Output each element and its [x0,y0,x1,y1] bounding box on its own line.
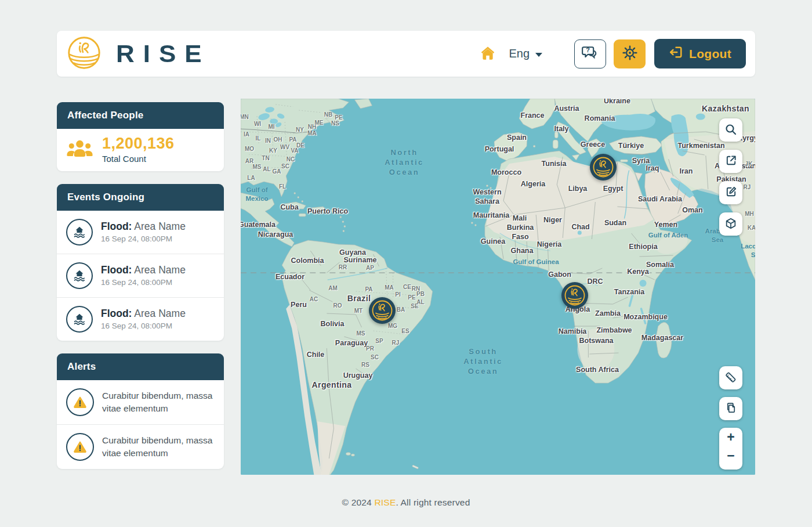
map-edit-button[interactable] [719,181,742,204]
copyright-prefix: © 2024 [342,497,375,507]
event-texts: Flood: Area Name 16 Sep 24, 08:00PM [101,264,186,287]
map-share-button[interactable] [719,150,742,173]
alert-text: Curabitur bibendum, massa vitae elementu… [102,434,215,459]
alert-text: Curabitur bibendum, massa vitae elementu… [102,389,215,414]
chevron-down-icon [535,53,542,57]
affected-count-label: Total Count [102,154,175,164]
people-group-icon [66,137,93,161]
alerts-panel-header: Alerts [57,353,224,380]
header-bar: RISE Eng ? [57,31,755,77]
affected-people-panel: Affected People 1,200,136 [57,102,224,171]
event-title: Flood: Area Name [101,264,186,276]
map-marker-rise[interactable] [368,297,396,324]
alerts-list: Curabitur bibendum, massa vitae elementu… [57,380,224,469]
svg-text:?: ? [586,46,590,53]
event-type: Flood: [101,264,132,276]
map-search-button[interactable] [719,118,742,142]
alerts-panel: Alerts Curabitur bibend [57,353,224,469]
zoom-in-button[interactable]: + [719,428,742,446]
chat-question-icon: ? [582,45,599,63]
alert-list-item[interactable]: Curabitur bibendum, massa vitae elementu… [57,380,224,424]
flood-icon [66,219,93,246]
home-button[interactable] [480,45,496,62]
logout-button[interactable]: Logout [654,39,746,68]
settings-button[interactable] [614,39,646,68]
event-time: 16 Sep 24, 08:00PM [101,234,186,243]
zoom-control: + − [719,428,742,470]
sidebar: Affected People 1,200,136 [57,102,224,482]
affected-people-body: 1,200,136 Total Count [57,129,224,171]
events-list: Flood: Area Name 16 Sep 24, 08:00PM [57,211,224,341]
gear-icon [622,45,637,62]
event-area: Area Name [134,221,186,232]
event-time: 16 Sep 24, 08:00PM [101,322,186,330]
warning-icon [66,388,94,416]
flood-icon [66,306,93,333]
event-list-item[interactable]: Flood: Area Name 16 Sep 24, 08:00PM [57,254,224,297]
logout-icon [669,45,683,62]
language-label: Eng [509,47,530,60]
event-list-item[interactable]: Flood: Area Name 16 Sep 24, 08:00PM [57,211,224,254]
zoom-out-button[interactable]: − [719,446,742,470]
event-time: 16 Sep 24, 08:00PM [101,278,186,287]
brand-wordmark: RISE [116,42,211,66]
event-type: Flood: [101,221,132,232]
affected-count-block: 1,200,136 Total Count [102,135,175,164]
footer-brand: RISE [374,497,396,507]
ruler-icon [724,371,737,385]
footer: © 2024 RISE. All right reserved [57,497,755,508]
language-selector[interactable]: Eng [509,47,542,60]
world-map-canvas[interactable]: MN WI MI IA IL IN OH PA NY NH [241,99,755,475]
events-panel-header: Events Ongoing [57,184,224,211]
alert-list-item[interactable]: Curabitur bibendum, massa vitae elementu… [57,424,224,469]
event-area: Area Name [134,308,186,319]
event-title: Flood: Area Name [101,308,186,319]
map-tools-top [719,118,742,236]
search-icon [724,123,737,138]
edit-pencil-icon [725,186,737,200]
external-link-icon [725,154,737,168]
header-actions: Eng ? [480,39,746,68]
map-marker-rise[interactable] [561,281,589,309]
map-copy-button[interactable] [719,397,742,420]
help-button[interactable]: ? [574,39,606,68]
warning-icon [66,433,94,461]
copyright-suffix: . All right reserved [396,497,470,507]
event-texts: Flood: Area Name 16 Sep 24, 08:00PM [101,221,186,243]
event-title: Flood: Area Name [101,221,186,232]
map-3d-button[interactable] [719,212,742,236]
flood-icon [66,262,93,289]
affected-people-header: Affected People [57,102,224,129]
event-list-item[interactable]: Flood: Area Name 16 Sep 24, 08:00PM [57,297,224,341]
cube-icon [724,217,737,232]
event-type: Flood: [101,308,132,319]
map-tools-bottom: + − [719,366,742,470]
event-area: Area Name [134,264,186,276]
logout-label: Logout [689,47,731,61]
events-panel: Events Ongoing [57,184,224,341]
brand-logo: RISE [67,36,211,72]
copy-pages-icon [725,402,737,416]
home-icon [480,45,496,62]
page: RISE Eng ? [0,0,812,508]
affected-count: 1,200,136 [102,135,175,153]
map-marker-rise[interactable] [589,153,617,181]
map-measure-button[interactable] [719,366,742,389]
main-content: Affected People 1,200,136 [57,102,755,482]
world-map-art [241,99,755,475]
event-texts: Flood: Area Name 16 Sep 24, 08:00PM [101,308,186,330]
rise-logo-icon [67,36,101,72]
